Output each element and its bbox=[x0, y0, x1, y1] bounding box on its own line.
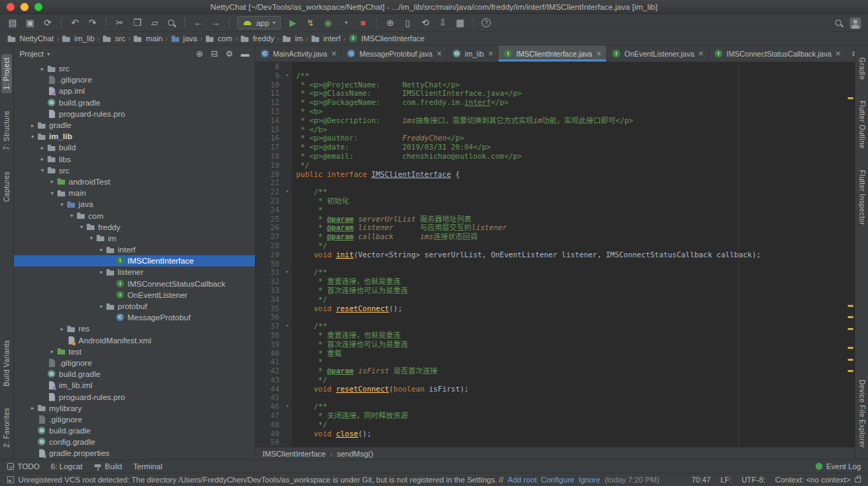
tree-item-androidtest[interactable]: ▸androidTest bbox=[14, 176, 255, 187]
tool-button-terminal[interactable]: Terminal bbox=[133, 462, 162, 471]
readonly-lock-icon[interactable] bbox=[855, 478, 861, 483]
editor-tab-imsclientinterface-java[interactable]: IMSClientInterface.java× bbox=[498, 45, 607, 62]
tool-button-6-logcat[interactable]: 6: Logcat bbox=[51, 462, 83, 471]
tab-list-icon[interactable]: ≡ bbox=[846, 45, 855, 62]
code-line[interactable]: 22▾ /** bbox=[255, 187, 855, 196]
close-tab-icon[interactable]: × bbox=[331, 50, 336, 58]
breadcrumb-item-com[interactable]: com bbox=[205, 34, 232, 43]
editor[interactable]: 89▾/**10 * <p>@ProjectName: NettyChat</p… bbox=[255, 62, 855, 447]
hide-panel-icon[interactable]: ▬ bbox=[241, 49, 249, 59]
status-widget-lf[interactable]: LF: bbox=[720, 476, 732, 484]
tree-toggle-icon[interactable]: ▸ bbox=[38, 66, 47, 72]
breadcrumb-item-interf[interactable]: interf bbox=[311, 34, 340, 43]
profile-icon[interactable]: ◔ bbox=[340, 18, 351, 27]
tree-item-res[interactable]: ▸res bbox=[14, 323, 255, 334]
run-icon[interactable]: ▶ bbox=[287, 18, 298, 27]
tree-item-androidmanifest-xml[interactable]: AndroidManifest.xml bbox=[14, 335, 255, 346]
code-line[interactable]: 17 * <p>@date: 2019/03/31 20:04</p> bbox=[255, 143, 855, 152]
tool-button-2-favorites[interactable]: 2: Favorites bbox=[1, 404, 12, 451]
tree-item-src[interactable]: ▾src bbox=[14, 165, 255, 176]
fold-marker-icon[interactable]: ▾ bbox=[282, 402, 292, 411]
editor-breadcrumb-sendmsg[interactable]: sendMsg() bbox=[337, 450, 373, 458]
tool-button-gradle[interactable]: Gradle bbox=[857, 54, 867, 83]
tree-item-interf[interactable]: ▾interf bbox=[14, 244, 255, 255]
tree-item-im-lib[interactable]: ▾im_lib bbox=[14, 131, 255, 142]
fold-marker-icon[interactable]: ▾ bbox=[282, 187, 292, 196]
code-line[interactable]: 18 * <p>@email: chenshichao@outlook.com<… bbox=[255, 152, 855, 161]
code-line[interactable]: 13 * <b> bbox=[255, 107, 855, 116]
code-line[interactable]: 39 * 首次连接也可认为是重连 bbox=[255, 340, 855, 349]
status-widget-70-47[interactable]: 70:47 bbox=[692, 476, 711, 484]
code-line[interactable]: 27 * @param callback ims连接状态回调 bbox=[255, 232, 855, 241]
sdk-manager-icon[interactable]: ⇩ bbox=[437, 18, 448, 27]
tree-item-gradle[interactable]: ▸gradle bbox=[14, 120, 255, 131]
stop-icon[interactable]: ■ bbox=[357, 18, 368, 27]
tree-toggle-icon[interactable]: ▾ bbox=[48, 190, 57, 196]
gradle-sync-icon[interactable]: ⟲ bbox=[419, 18, 430, 27]
apply-changes-icon[interactable]: ↯ bbox=[304, 18, 316, 27]
tree-item-build-gradle[interactable]: build.gradle bbox=[14, 425, 255, 436]
tree-toggle-icon[interactable]: ▾ bbox=[97, 247, 106, 253]
back-icon[interactable]: ← bbox=[192, 18, 204, 27]
code-line[interactable]: 9▾/** bbox=[255, 71, 855, 80]
tree-item-build-gradle[interactable]: build.gradle bbox=[14, 369, 255, 380]
collapse-all-icon[interactable]: ⊟ bbox=[211, 49, 218, 59]
status-link-configure[interactable]: Configure bbox=[541, 476, 575, 484]
copy-icon[interactable]: ❐ bbox=[132, 18, 143, 27]
fold-marker-icon[interactable]: ▾ bbox=[282, 322, 292, 331]
breadcrumb-item-nettychat[interactable]: NettyChat bbox=[7, 34, 54, 43]
tree-item-build[interactable]: ▸build bbox=[14, 142, 255, 153]
code-line[interactable]: 12 * <p>@PackageName: com.freddy.im.inte… bbox=[255, 98, 855, 107]
tree-toggle-icon[interactable]: ▸ bbox=[57, 326, 66, 332]
tree-item-src[interactable]: ▸src bbox=[14, 63, 255, 74]
tool-button-flutter-outline[interactable]: Flutter Outline bbox=[857, 97, 867, 152]
code-line[interactable]: 25 * @param serverUrlList 服务器地址列表 bbox=[255, 215, 855, 224]
code-line[interactable]: 34 */ bbox=[255, 295, 855, 304]
code-line[interactable]: 35 void resetConnect(); bbox=[255, 304, 855, 313]
tree-item-build-gradle[interactable]: build.gradle bbox=[14, 97, 255, 108]
code-line[interactable]: 48 */ bbox=[255, 420, 855, 429]
tree-toggle-icon[interactable]: ▸ bbox=[38, 156, 47, 162]
tree-item-gitignore[interactable]: .gitignore bbox=[14, 357, 255, 369]
code-line[interactable]: 16 * <p>@author: FreddyChen</p> bbox=[255, 134, 855, 143]
tool-button-1-project[interactable]: 1: Project bbox=[1, 54, 12, 93]
close-tab-icon[interactable]: × bbox=[836, 50, 841, 58]
close-tab-icon[interactable]: × bbox=[488, 50, 493, 58]
help-icon[interactable]: ? bbox=[482, 18, 491, 27]
editor-tab-messageprotobuf-java[interactable]: MessageProtobuf.java× bbox=[342, 45, 447, 62]
code-line[interactable]: 28 */ bbox=[255, 241, 855, 250]
locate-file-icon[interactable]: ⊕ bbox=[196, 49, 203, 59]
attach-debugger-icon[interactable]: ⊕ bbox=[384, 18, 396, 27]
tool-button-flutter-inspector[interactable]: Flutter Inspector bbox=[857, 166, 867, 229]
tree-toggle-icon[interactable]: ▾ bbox=[77, 224, 86, 230]
code-line[interactable]: 14 * <p>@Description: ims抽象接口，需要切换到其它方式实… bbox=[255, 116, 855, 125]
run-config-selector[interactable]: app▾ bbox=[237, 16, 281, 29]
tree-item-oneventlistener[interactable]: OnEventListener bbox=[14, 290, 255, 301]
tree-toggle-icon[interactable]: ▸ bbox=[48, 178, 57, 185]
tree-item-im-lib-iml[interactable]: im_lib.iml bbox=[14, 380, 255, 391]
close-tab-icon[interactable]: × bbox=[699, 50, 704, 58]
status-widget-context-no-context[interactable]: Context: <no context> bbox=[775, 476, 850, 484]
code-line[interactable]: 21 bbox=[255, 178, 855, 187]
code-line[interactable]: 42 * @param isFirst 是否首次连接 bbox=[255, 366, 855, 376]
save-all-icon[interactable]: ▣ bbox=[24, 18, 36, 27]
tree-item-imsconnectstatuscallback[interactable]: IMSConnectStatusCallback bbox=[14, 278, 255, 290]
code-line[interactable]: 15 * </b> bbox=[255, 125, 855, 134]
debug-icon[interactable]: ◉ bbox=[322, 18, 333, 27]
code-line[interactable]: 36 bbox=[255, 313, 855, 322]
tree-item-gitignore[interactable]: .gitignore bbox=[14, 414, 255, 425]
zoom-window-button[interactable] bbox=[34, 3, 43, 11]
close-window-button[interactable] bbox=[6, 3, 15, 11]
paste-icon[interactable]: ▱ bbox=[149, 18, 160, 27]
tree-toggle-icon[interactable]: ▸ bbox=[48, 348, 57, 355]
close-tab-icon[interactable]: × bbox=[437, 50, 442, 58]
code-line[interactable]: 19 */ bbox=[255, 161, 855, 170]
code-line[interactable]: 8 bbox=[255, 62, 855, 71]
find-icon[interactable] bbox=[167, 18, 176, 28]
tool-button-todo[interactable]: TODO bbox=[7, 462, 40, 471]
avatar[interactable] bbox=[850, 17, 861, 29]
cut-icon[interactable]: ✂ bbox=[114, 18, 125, 27]
tool-button-build-variants[interactable]: Build Variants bbox=[1, 336, 12, 390]
editor-tab-im-lib[interactable]: im_lib× bbox=[447, 45, 498, 62]
code-line[interactable]: 23 * 初始化 bbox=[255, 196, 855, 206]
